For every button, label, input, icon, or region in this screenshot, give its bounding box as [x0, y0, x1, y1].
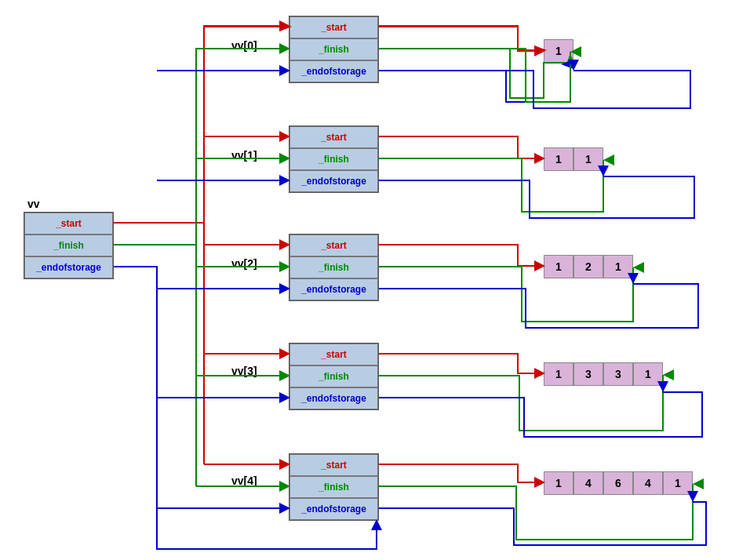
vv3-start: _start	[289, 344, 378, 365]
vv3-data-2: 3	[603, 362, 633, 386]
vv4-data-3: 4	[633, 471, 663, 495]
vv2-data-0: 1	[544, 255, 573, 278]
vv2-data-2: 1	[603, 255, 633, 278]
vv4-data-4: 1	[663, 471, 693, 495]
vv3-box: _start _finish _endofstorage	[289, 343, 379, 410]
vv0-end: _endofstorage	[289, 60, 378, 82]
vv1-label: vv[1]	[231, 149, 257, 162]
vv1-data-1: 1	[573, 147, 603, 171]
vv4-data-0: 1	[544, 471, 573, 495]
vv4-data-1: 4	[573, 471, 603, 495]
vv3-data-0: 1	[544, 362, 573, 386]
diagram-container: vv _start _finish _endofstorage vv[0] _s…	[0, 0, 750, 560]
vv3-label: vv[3]	[231, 365, 257, 377]
main-finish-cell: _finish	[24, 235, 113, 256]
vv0-label: vv[0]	[231, 39, 257, 52]
vv1-box: _start _finish _endofstorage	[289, 125, 379, 193]
vv0-data-0: 1	[544, 39, 573, 63]
main-struct-box: _start _finish _endofstorage	[24, 212, 114, 279]
main-struct-label: vv	[27, 198, 40, 210]
vv1-start: _start	[289, 126, 378, 148]
vv2-start: _start	[289, 235, 378, 256]
vv1-end: _endofstorage	[289, 170, 378, 192]
vv2-label: vv[2]	[231, 257, 257, 270]
vv4-start: _start	[289, 454, 378, 476]
vv2-finish: _finish	[289, 256, 378, 278]
vv2-data-1: 2	[573, 255, 603, 278]
vv4-finish: _finish	[289, 476, 378, 498]
vv3-data-1: 3	[573, 362, 603, 386]
vv2-end: _endofstorage	[289, 278, 378, 300]
vv0-start: _start	[289, 16, 378, 38]
vv3-data-3: 1	[633, 362, 663, 386]
vv3-end: _endofstorage	[289, 387, 378, 409]
vv4-data-2: 6	[603, 471, 633, 495]
vv0-finish: _finish	[289, 38, 378, 60]
vv4-label: vv[4]	[231, 475, 257, 487]
vv3-finish: _finish	[289, 365, 378, 387]
vv4-box: _start _finish _endofstorage	[289, 453, 379, 521]
vv4-end: _endofstorage	[289, 498, 378, 520]
main-end-cell: _endofstorage	[24, 256, 113, 278]
main-start-cell: _start	[24, 213, 113, 235]
vv1-data-0: 1	[544, 147, 573, 171]
vv2-box: _start _finish _endofstorage	[289, 234, 379, 301]
vv0-box: _start _finish _endofstorage	[289, 16, 379, 83]
vv1-finish: _finish	[289, 148, 378, 170]
